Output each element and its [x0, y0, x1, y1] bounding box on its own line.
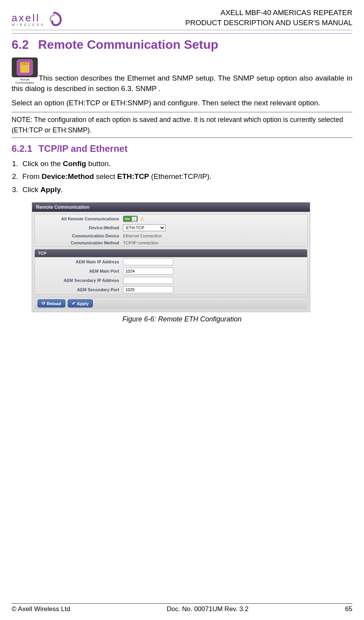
svg-text:Communication: Communication: [15, 81, 34, 84]
mock-footer-buttons: ⟳ Reload ✔ Apply: [34, 297, 308, 309]
brand-name: axell: [12, 12, 45, 24]
label-all-remote-comm: All Remote Communications: [38, 216, 123, 221]
reload-icon: ⟳: [42, 301, 45, 306]
check-icon: ✔: [72, 301, 75, 306]
brand-logo: axell WIRELESS: [12, 11, 62, 27]
reload-button[interactable]: ⟳ Reload: [38, 299, 65, 307]
label-main-ip: AEM Main IP Address: [38, 259, 123, 264]
brand-subtitle: WIRELESS: [12, 23, 45, 27]
screenshot-remote-communication: Remote Communication All Remote Communic…: [32, 202, 310, 312]
page-footer: © Axell Wireless Ltd Doc. No. 00071UM Re…: [12, 603, 352, 613]
doc-title-block: AXELL MBF-40 AMERICAS REPEATER PRODUCT D…: [185, 8, 352, 27]
step-3: Click Apply.: [20, 184, 352, 195]
value-comm-device: Ethernet Connection: [123, 234, 162, 238]
brand-swirl-icon: [46, 11, 62, 27]
subsection-heading: 6.2.1 TCP/IP and Ethernet: [12, 143, 352, 154]
svg-text:Remote: Remote: [20, 78, 30, 81]
label-comm-method: Communication Method: [38, 240, 123, 245]
paragraph-intro: Remote Communication This section descri…: [12, 57, 352, 94]
svg-rect-3: [22, 62, 23, 65]
footer-page-number: 65: [345, 605, 352, 613]
remote-communication-icon: Remote Communication: [12, 57, 38, 84]
paragraph-1-text: This section describes the Ethernet and …: [12, 74, 352, 93]
tcp-section-header: TCP: [35, 249, 307, 257]
device-method-select[interactable]: ETH:TCP: [123, 224, 166, 231]
subsection-title: TCP/IP and Ethernet: [38, 143, 127, 154]
svg-rect-4: [24, 62, 26, 65]
label-secondary-ip: AEM Secondary IP Address: [38, 278, 123, 283]
section-heading: 6.2 Remote Communication Setup: [12, 38, 352, 52]
label-secondary-port: AEM Secondary Port: [38, 287, 123, 292]
label-main-port: AEM Main Port: [38, 269, 123, 273]
apply-button[interactable]: ✔ Apply: [68, 299, 93, 307]
warning-icon: ⚠: [140, 216, 144, 222]
section-number: 6.2: [12, 38, 29, 52]
step-1: Click on the Config button.: [20, 158, 352, 169]
secondary-ip-input[interactable]: [123, 277, 173, 284]
steps-list: Click on the Config button. From Device:…: [20, 158, 352, 195]
mock-titlebar: Remote Communication: [32, 203, 310, 212]
subsection-number: 6.2.1: [12, 143, 32, 154]
value-comm-method: TCP/IP connection: [123, 240, 159, 245]
figure-caption: Figure 6-6: Remote ETH Configuration: [12, 315, 352, 323]
footer-doc-number: Doc. No. 00071UM Rev. 3.2: [167, 605, 248, 613]
note-box: NOTE: The configuration of each option i…: [12, 112, 352, 138]
main-ip-input[interactable]: [123, 258, 173, 265]
paragraph-2: Select an option (ETH:TCP or ETH:SNMP) a…: [12, 98, 352, 108]
label-device-method: Device:Method: [38, 225, 123, 230]
mock-tcp-section: TCP AEM Main IP Address AEM Main Port AE…: [34, 249, 308, 295]
footer-copyright: © Axell Wireless Ltd: [12, 605, 70, 613]
all-remote-comm-toggle[interactable]: ON: [123, 216, 138, 222]
header-accent-line: [12, 33, 352, 34]
doc-title-line1: AXELL MBF-40 AMERICAS REPEATER: [185, 8, 352, 18]
step-2: From Device:Method select ETH:TCP (Ether…: [20, 171, 352, 182]
page-header: axell WIRELESS AXELL MBF-40 AMERICAS REP…: [12, 8, 352, 30]
doc-title-line2: PRODUCT DESCRIPTION AND USER'S MANUAL: [185, 18, 352, 28]
label-comm-device: Communication Device: [38, 234, 123, 238]
mock-general-section: All Remote Communications ON ⚠ Device:Me…: [34, 214, 308, 247]
secondary-port-input[interactable]: [123, 286, 173, 293]
section-title: Remote Communication Setup: [38, 38, 218, 52]
svg-rect-5: [27, 62, 28, 65]
main-port-input[interactable]: [123, 268, 173, 275]
